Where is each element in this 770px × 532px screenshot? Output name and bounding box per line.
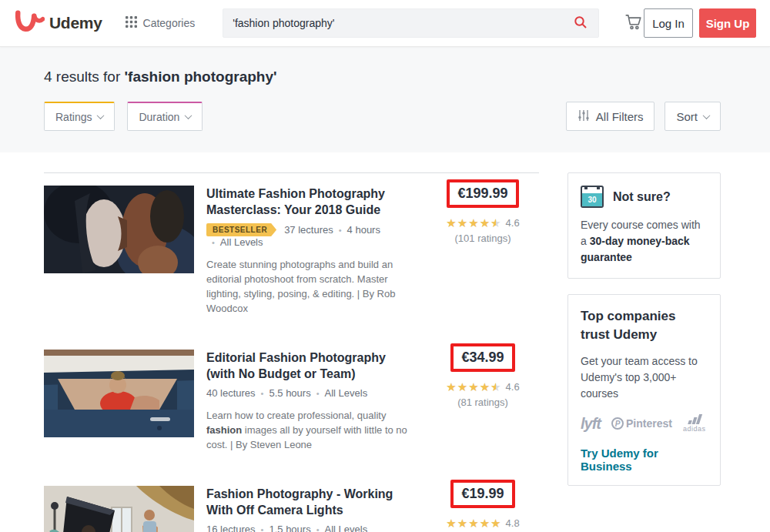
course-thumbnail[interactable] <box>44 486 194 532</box>
search-icon <box>574 15 588 32</box>
course-price: €19.99 <box>461 486 504 501</box>
course-info: Editorial Fashion Photography (with No B… <box>206 350 414 452</box>
adidas-stripes-icon <box>688 414 701 424</box>
all-filters-label: All Filters <box>596 110 644 123</box>
pinterest-logo: P Pinterest <box>611 417 672 430</box>
lyft-logo: lyft <box>581 415 601 433</box>
categories-menu[interactable]: Categories <box>126 16 196 30</box>
course-description: Create stunning photographs and build an… <box>206 257 414 316</box>
business-promo-title: Top companies trust Udemy <box>581 307 708 344</box>
login-button[interactable]: Log In <box>644 8 693 38</box>
course-price: €199.99 <box>457 186 507 201</box>
sort-label: Sort <box>676 110 698 123</box>
filter-right-group: All Filters Sort <box>566 102 721 131</box>
course-card[interactable]: Fashion Photography - Working With Off C… <box>44 486 539 532</box>
thumbnail-car-model <box>44 350 194 437</box>
sort-button[interactable]: Sort <box>665 102 721 131</box>
course-card[interactable]: Editorial Fashion Photography (with No B… <box>44 350 539 452</box>
search-bar <box>223 8 599 38</box>
money-back-box: 30 Not sure? Every course comes with a 3… <box>567 172 721 279</box>
rating-value: 4.8 <box>506 517 520 529</box>
brand-name: Udemy <box>49 14 102 32</box>
star-rating: ★★★★★★★★★★ <box>446 517 501 529</box>
ratings-filter-label: Ratings <box>55 111 92 123</box>
top-navbar: Udemy Categories <box>0 0 770 47</box>
course-thumbnail[interactable] <box>44 350 194 437</box>
course-description: Learn how to create professional, qualit… <box>206 408 414 452</box>
course-price: €34.99 <box>461 350 504 365</box>
grid-icon <box>126 16 137 30</box>
price-column: €34.99 ★★★★★★★★★★ 4.6 (81 ratings) <box>427 350 539 452</box>
course-info: Ultimate Fashion Photography Masterclass… <box>206 186 414 316</box>
chevron-down-icon <box>97 112 105 119</box>
course-info: Fashion Photography - Working With Off C… <box>206 486 414 532</box>
results-count: 4 results for 'fashion photography' <box>44 69 721 85</box>
thumbnail-two-faces <box>44 186 194 273</box>
udemy-logo-icon <box>12 9 45 37</box>
lecture-count: 40 lectures <box>206 387 256 399</box>
duration-filter-button[interactable]: Duration <box>127 102 203 131</box>
money-back-header: 30 Not sure? <box>581 186 708 208</box>
chevron-down-icon <box>185 112 192 119</box>
filter-row: Ratings Duration All Filters Sort <box>44 102 721 131</box>
results-count-prefix: 4 results for <box>44 69 125 85</box>
rating-value: 4.6 <box>506 217 520 229</box>
business-promo-text: Get your team access to Udemy's top 3,00… <box>581 353 708 402</box>
search-button[interactable] <box>572 14 589 33</box>
price-column: €19.99 ★★★★★★★★★★ 4.8 (7 ratings) <box>427 486 539 532</box>
main-content: Ultimate Fashion Photography Masterclass… <box>0 152 770 532</box>
rating-line: ★★★★★★★★★★ 4.8 <box>446 517 519 529</box>
course-list: Ultimate Fashion Photography Masterclass… <box>44 172 539 532</box>
adidas-logo: adidas <box>683 414 706 433</box>
lecture-count: 16 lectures <box>206 524 256 532</box>
course-level: All Levels <box>311 524 368 532</box>
signup-button[interactable]: Sign Up <box>699 8 756 38</box>
chevron-down-icon <box>703 112 711 119</box>
money-back-text: Every course comes with a 30-day money-b… <box>581 217 708 266</box>
categories-label: Categories <box>143 17 196 29</box>
cart-icon <box>624 12 644 35</box>
course-duration: 5.5 hours <box>256 387 311 399</box>
search-input[interactable] <box>233 17 572 29</box>
rating-value: 4.6 <box>506 381 520 393</box>
pinterest-icon: P <box>611 417 624 430</box>
udemy-business-link[interactable]: Try Udemy for Business <box>581 447 708 473</box>
course-meta: 40 lectures 5.5 hours All Levels <box>206 387 414 399</box>
ratings-filter-button[interactable]: Ratings <box>44 102 115 131</box>
duration-filter-label: Duration <box>139 111 179 123</box>
course-title[interactable]: Fashion Photography - Working With Off C… <box>206 486 414 518</box>
bestseller-badge: BESTSELLER <box>206 223 276 236</box>
lecture-count: 37 lectures <box>284 224 333 236</box>
star-rating: ★★★★★★★★★★ <box>446 381 501 393</box>
price-annotation-box: €199.99 <box>447 179 518 208</box>
ratings-count: (81 ratings) <box>457 396 508 408</box>
thumbnail-studio-shoot <box>44 486 194 532</box>
rating-line: ★★★★★★★★★★ 4.6 <box>446 381 519 393</box>
course-duration: 4 hours <box>333 224 380 236</box>
all-filters-button[interactable]: All Filters <box>566 102 655 131</box>
course-level: All Levels <box>206 236 263 248</box>
price-column: €199.99 ★★★★★★★★★★ 4.6 (101 ratings) <box>427 186 539 316</box>
star-rating: ★★★★★★★★★★ <box>446 217 501 229</box>
course-card[interactable]: Ultimate Fashion Photography Masterclass… <box>44 186 539 316</box>
search-results-band: 4 results for 'fashion photography' Rati… <box>0 47 770 152</box>
udemy-logo[interactable]: Udemy <box>12 9 102 37</box>
sidebar: 30 Not sure? Every course comes with a 3… <box>567 172 721 532</box>
calendar-30-icon: 30 <box>581 186 604 208</box>
course-meta: 16 lectures 1.5 hours All Levels <box>206 524 414 532</box>
course-duration: 1.5 hours <box>256 524 311 532</box>
course-title[interactable]: Ultimate Fashion Photography Masterclass… <box>206 186 414 218</box>
course-thumbnail[interactable] <box>44 186 194 273</box>
price-annotation-box: €19.99 <box>450 480 514 508</box>
rating-line: ★★★★★★★★★★ 4.6 <box>446 217 519 229</box>
auth-buttons: Log In Sign Up <box>644 8 756 38</box>
business-promo-box: Top companies trust Udemy Get your team … <box>567 294 721 486</box>
company-logos: lyft P Pinterest adidas <box>581 414 708 433</box>
money-back-title: Not sure? <box>613 190 671 204</box>
course-meta: BESTSELLER 37 lectures 4 hours All Level… <box>206 223 414 248</box>
course-level: All Levels <box>311 387 368 399</box>
ratings-count: (101 ratings) <box>455 233 511 244</box>
course-title[interactable]: Editorial Fashion Photography (with No B… <box>206 350 414 382</box>
results-query: 'fashion photography' <box>125 69 277 85</box>
cart-button[interactable] <box>624 12 644 35</box>
